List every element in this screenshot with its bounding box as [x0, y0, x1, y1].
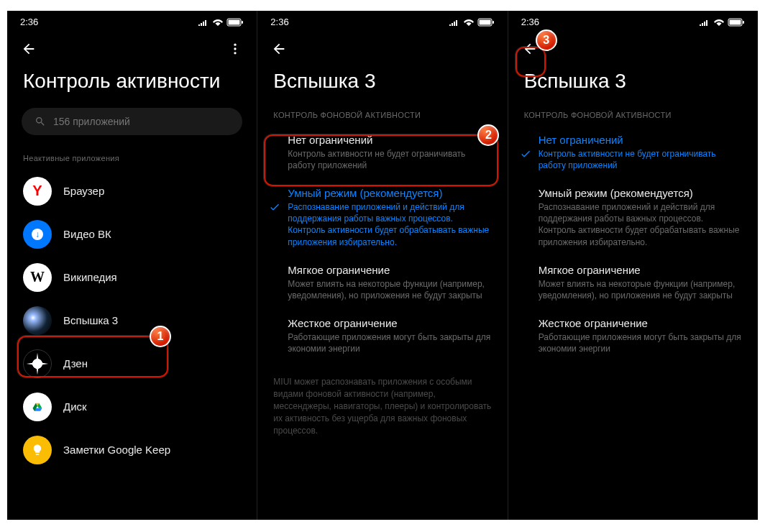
app-item-flash[interactable]: Вспышка 3	[14, 299, 249, 342]
svg-rect-7	[479, 19, 490, 24]
status-bar: 2:36	[257, 11, 507, 30]
app-label: Вспышка 3	[63, 314, 118, 326]
page-title: Вспышка 3	[257, 65, 507, 105]
status-time: 2:36	[521, 17, 539, 27]
status-bar: 2:36	[508, 11, 758, 30]
option-hard-limit[interactable]: Жесткое ограничение Работающие приложени…	[513, 310, 753, 363]
footer-note: MIUI может распознавать приложения с осо…	[257, 363, 507, 449]
option-smart-mode[interactable]: Умный режим (рекомендуется) Распознавани…	[513, 180, 753, 257]
option-title: Нет ограничений	[288, 134, 491, 146]
option-desc: Контроль активности не будет ограничиват…	[539, 148, 742, 171]
option-no-limits[interactable]: Нет ограничений Контроль активности не б…	[262, 127, 503, 180]
phone-screen-3: 2:36 Вспышка 3 КОНТРОЛЬ ФОНОВОЙ АКТИВНОС…	[508, 11, 758, 520]
option-hard-limit[interactable]: Жесткое ограничение Работающие приложени…	[262, 310, 503, 363]
search-input[interactable]	[53, 116, 229, 127]
yandex-icon: Y	[23, 177, 52, 206]
page-title: Вспышка 3	[508, 65, 758, 105]
option-soft-limit[interactable]: Мягкое ограничение Может влиять на некот…	[513, 257, 753, 310]
phone-screen-1: 2:36 Контроль активности Неактивные прил…	[7, 11, 257, 520]
status-time: 2:36	[20, 17, 38, 27]
app-item-dzen[interactable]: Дзен	[14, 342, 249, 385]
svg-rect-11	[743, 21, 744, 24]
keep-icon	[23, 436, 52, 464]
option-soft-limit[interactable]: Мягкое ограничение Может влиять на некот…	[262, 257, 503, 310]
search-box[interactable]	[22, 108, 242, 135]
option-no-limits[interactable]: Нет ограничений Контроль активности не б…	[513, 127, 753, 180]
option-title: Жесткое ограничение	[539, 317, 742, 329]
option-title: Умный режим (рекомендуется)	[539, 187, 742, 199]
option-title: Нет ограничений	[539, 134, 742, 146]
vk-icon: ↓	[23, 220, 52, 249]
status-bar: 2:36	[7, 11, 257, 30]
svg-rect-1	[229, 19, 240, 24]
app-item-wikipedia[interactable]: W Википедия	[14, 256, 249, 299]
app-label: Браузер	[63, 185, 104, 197]
option-title: Жесткое ограничение	[288, 317, 491, 329]
status-icons	[449, 18, 495, 27]
svg-rect-2	[242, 21, 243, 24]
svg-point-5	[234, 52, 237, 54]
option-desc: Может влиять на некоторые функции (напри…	[288, 278, 491, 301]
option-smart-mode[interactable]: Умный режим (рекомендуется) Распознавани…	[262, 180, 503, 257]
app-label: Заметки Google Keep	[63, 444, 170, 456]
option-desc: Работающие приложения могут быть закрыты…	[288, 331, 491, 354]
option-desc: Контроль активности не будет ограничиват…	[288, 148, 491, 171]
section-label: КОНТРОЛЬ ФОНОВОЙ АКТИВНОСТИ	[508, 105, 758, 127]
back-button[interactable]	[20, 40, 37, 58]
drive-icon	[23, 393, 52, 421]
svg-rect-10	[729, 19, 741, 24]
app-label: Видео ВК	[63, 228, 111, 240]
page-title: Контроль активности	[7, 65, 257, 105]
option-title: Умный режим (рекомендуется)	[288, 187, 491, 199]
wikipedia-icon: W	[23, 263, 52, 292]
app-label: Википедия	[63, 271, 117, 283]
check-icon	[520, 148, 531, 160]
status-icons	[198, 18, 244, 27]
option-desc: Работающие приложения могут быть закрыты…	[539, 331, 742, 354]
marker-3: 3	[536, 29, 557, 51]
search-icon	[35, 116, 46, 127]
option-desc: Может влиять на некоторые функции (напри…	[539, 278, 742, 301]
phone-screen-2: 2:36 Вспышка 3 КОНТРОЛЬ ФОНОВОЙ АКТИВНОС…	[257, 11, 508, 520]
marker-1: 1	[150, 326, 171, 347]
option-desc: Распознавание приложений и действий для …	[288, 201, 491, 248]
app-label: Диск	[63, 400, 87, 413]
option-desc: Распознавание приложений и действий для …	[539, 201, 742, 248]
option-title: Мягкое ограничение	[288, 264, 491, 276]
app-label: Дзен	[63, 357, 88, 370]
back-button[interactable]	[270, 40, 288, 58]
overflow-menu-button[interactable]	[226, 40, 244, 58]
option-title: Мягкое ограничение	[539, 264, 742, 276]
check-icon	[269, 201, 280, 213]
svg-rect-8	[493, 21, 494, 24]
status-time: 2:36	[270, 17, 288, 27]
app-item-keep[interactable]: Заметки Google Keep	[14, 428, 249, 472]
status-icons	[699, 18, 745, 27]
app-item-browser[interactable]: Y Браузер	[14, 170, 249, 213]
app-item-disk[interactable]: Диск	[14, 385, 249, 428]
svg-point-4	[234, 47, 237, 50]
section-label: Неактивные приложения	[7, 148, 257, 170]
app-item-vk[interactable]: ↓ Видео ВК	[14, 213, 249, 256]
dzen-icon	[23, 349, 52, 378]
flash-icon	[23, 306, 52, 335]
svg-point-3	[234, 44, 237, 46]
section-label: КОНТРОЛЬ ФОНОВОЙ АКТИВНОСТИ	[257, 105, 507, 127]
